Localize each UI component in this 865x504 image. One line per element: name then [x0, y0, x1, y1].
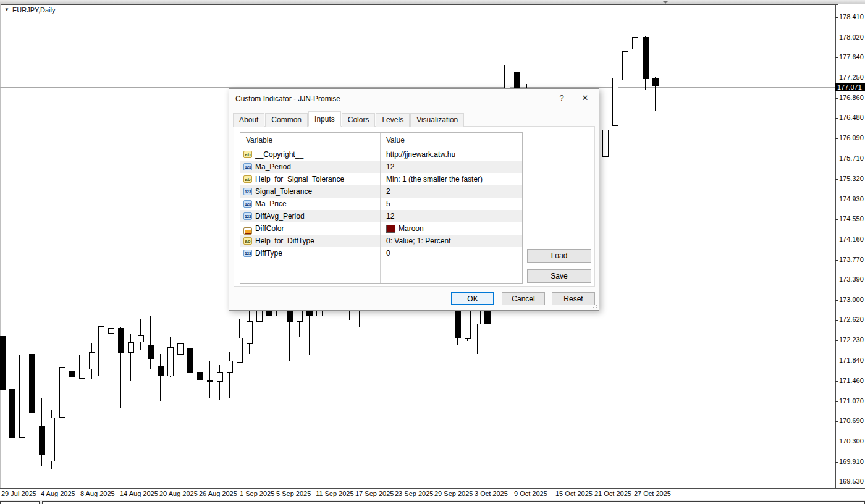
price-axis-label: 172.620: [839, 316, 864, 323]
param-row-ma-price[interactable]: 123Ma_Price5: [240, 198, 522, 210]
param-row-difftype[interactable]: 123DiffType0: [240, 247, 522, 259]
string-param-icon: ab: [243, 151, 252, 158]
param-value[interactable]: 0: [386, 249, 390, 258]
parameters-table: Variable Value ab__Copyright__http://jjn…: [240, 132, 523, 284]
param-name: Ma_Period: [255, 162, 291, 171]
cancel-button[interactable]: Cancel: [502, 292, 545, 305]
date-axis-label: 20 Aug 2025: [159, 490, 198, 497]
column-header-variable: Variable: [246, 136, 272, 145]
candle: [187, 320, 193, 390]
candle: [227, 352, 232, 398]
price-axis-label: 176.090: [839, 134, 864, 141]
tab-about[interactable]: About: [233, 113, 264, 127]
param-value-text: 2: [386, 187, 390, 196]
price-axis-label: 175.710: [839, 154, 864, 162]
candle: [237, 319, 242, 363]
resize-grip[interactable]: [592, 303, 597, 308]
numeric-param-icon: 123: [243, 212, 252, 220]
save-button[interactable]: Save: [527, 269, 591, 283]
candle: [9, 379, 15, 442]
price-axis-label: 169.910: [839, 458, 864, 465]
tab-common[interactable]: Common: [265, 113, 308, 127]
price-axis-label: 176.480: [839, 114, 864, 121]
color-param-icon: [243, 227, 252, 235]
candle: [79, 338, 85, 388]
tab-colors[interactable]: Colors: [342, 113, 376, 127]
candle: [207, 361, 213, 398]
param-value[interactable]: 5: [386, 200, 390, 208]
price-axis-label: 173.390: [839, 275, 864, 283]
date-axis-label: 29 Jul 2025: [1, 490, 36, 497]
param-value-text: 5: [386, 200, 390, 208]
param-value-text: Maroon: [399, 224, 424, 233]
current-price-box: 177.071: [835, 83, 865, 91]
param-value[interactable]: Min: 1 (the smaller the faster): [386, 175, 483, 183]
table-body: ab__Copyright__http://jjnewark.atw.hu123…: [240, 148, 522, 259]
candle: [612, 67, 618, 129]
price-axis-label: 171.460: [839, 377, 864, 384]
price-axis[interactable]: 178.410178.020177.640177.250176.860176.4…: [836, 4, 865, 488]
param-row-copyright[interactable]: ab__Copyright__http://jjnewark.atw.hu: [240, 148, 522, 161]
date-axis-label: 1 Sep 2025: [240, 490, 274, 497]
param-value[interactable]: Maroon: [386, 224, 424, 233]
price-axis-label: 174.550: [839, 215, 864, 222]
string-param-icon: ab: [243, 175, 252, 183]
date-axis-label: 23 Sep 2025: [395, 490, 433, 497]
ok-button[interactable]: OK: [451, 292, 494, 305]
param-name: __Copyright__: [255, 150, 303, 159]
candle: [49, 410, 54, 469]
tab-strip: AboutCommonInputsColorsLevelsVisualizati…: [233, 114, 465, 126]
candle: [622, 46, 628, 82]
param-value[interactable]: http://jjnewark.atw.hu: [386, 150, 455, 159]
date-axis-label: 3 Oct 2025: [475, 490, 508, 497]
param-row-signal-tolerance[interactable]: 123Signal_Tolerance2: [240, 185, 522, 198]
price-axis-label: 172.230: [839, 336, 864, 343]
param-name: Signal_Tolerance: [255, 187, 312, 196]
date-axis-label: 26 Aug 2025: [199, 490, 237, 497]
price-axis-label: 169.530: [839, 477, 864, 485]
tab-levels[interactable]: Levels: [376, 113, 410, 127]
param-value[interactable]: 0: Value; 1: Percent: [386, 237, 451, 245]
current-price-value: 177.071: [837, 83, 862, 91]
candle: [167, 337, 173, 377]
tab-visualization[interactable]: Visualization: [410, 113, 464, 127]
param-name: Help_for_DiffType: [255, 237, 314, 245]
bottom-panel-body: [42, 501, 865, 504]
candle: [39, 398, 44, 466]
param-row-help-for-difftype[interactable]: abHelp_for_DiffType0: Value; 1: Percent: [240, 235, 522, 247]
tab-inputs[interactable]: Inputs: [308, 111, 341, 127]
param-value[interactable]: 12: [386, 162, 394, 171]
chevron-down-icon[interactable]: ▼: [4, 7, 9, 12]
date-axis-label: 21 Oct 2025: [594, 490, 631, 497]
price-axis-label: 171.070: [839, 397, 864, 405]
color-swatch-maroon: [386, 225, 395, 233]
symbol-label: ▼ EURJPY,Daily: [4, 6, 55, 14]
candle: [247, 309, 252, 353]
candle: [89, 343, 95, 379]
param-value-text: Min: 1 (the smaller the faster): [386, 175, 483, 183]
load-button[interactable]: Load: [527, 249, 591, 262]
help-button[interactable]: ?: [557, 93, 567, 103]
price-axis-label: 175.320: [839, 175, 864, 182]
param-row-ma-period[interactable]: 123Ma_Period12: [240, 161, 522, 173]
param-name: DiffColor: [255, 224, 284, 233]
param-value[interactable]: 12: [386, 212, 394, 220]
dialog-titlebar[interactable]: Custom Indicator - JJN-Promise ? ✕: [229, 89, 599, 107]
numeric-param-icon: 123: [243, 163, 252, 170]
candle: [19, 337, 25, 475]
candle: [128, 334, 133, 380]
param-row-help-for-signal-tolerance[interactable]: abHelp_for_Signal_ToleranceMin: 1 (the s…: [240, 173, 522, 185]
param-row-diffavg-period[interactable]: 123DiffAvg_Period12: [240, 210, 522, 222]
close-button[interactable]: ✕: [580, 93, 590, 103]
bottom-panel-tab[interactable]: [0, 501, 40, 504]
date-axis[interactable]: 29 Jul 20254 Aug 20258 Aug 202514 Aug 20…: [0, 489, 865, 500]
param-value-text: 12: [386, 212, 394, 220]
candle: [138, 319, 143, 351]
candle: [217, 365, 222, 400]
reset-button[interactable]: Reset: [552, 292, 595, 305]
price-axis-label: 178.410: [839, 13, 864, 20]
candle: [59, 356, 65, 427]
param-row-diffcolor[interactable]: DiffColorMaroon: [240, 222, 522, 235]
param-value[interactable]: 2: [386, 187, 390, 196]
column-header-value: Value: [386, 136, 405, 145]
